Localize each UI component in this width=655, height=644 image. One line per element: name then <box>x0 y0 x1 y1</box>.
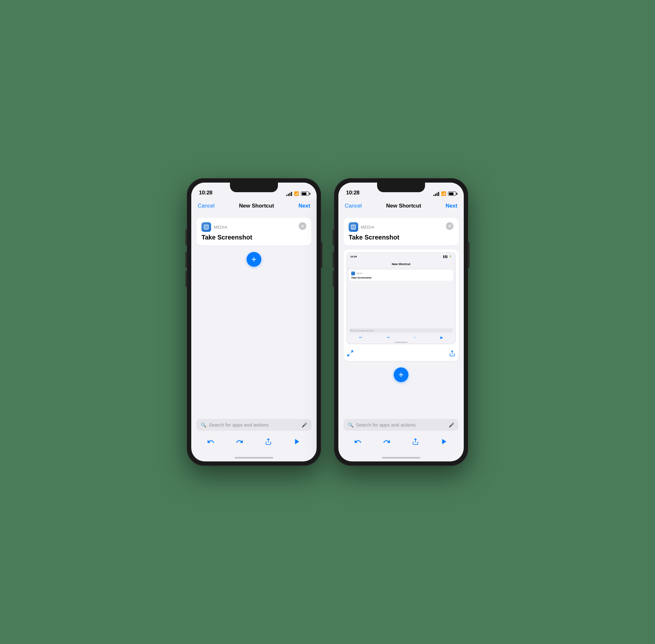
phone-1-undo-button[interactable] <box>205 436 217 447</box>
share-icon[interactable] <box>449 350 455 358</box>
phone-1-battery-icon <box>301 191 309 196</box>
preview-action-icon <box>351 272 355 275</box>
phone-2-signal <box>433 191 439 196</box>
preview-time: 10:28 <box>350 255 357 258</box>
phone-2-action-title: Take Screenshot <box>348 234 400 241</box>
preview-toolbar: ↩ ↪ ↑ ▶ <box>347 334 455 341</box>
phone-2-cancel-button[interactable]: Cancel <box>345 203 362 209</box>
phone-1-share-button[interactable] <box>263 436 274 447</box>
phone-2-home-indicator <box>338 454 464 461</box>
signal-bar-3 <box>290 193 290 196</box>
phone-2-toolbar-buttons <box>343 435 459 451</box>
phone-2-media-icon <box>348 222 358 232</box>
phone-2-mic-icon[interactable]: 🎤 <box>449 422 454 428</box>
screenshot-preview-card: 10:28 ▌▌▌ 🔋 New Shortcut <box>343 249 459 361</box>
phone-2-nav-bar: Cancel New Shortcut Next <box>338 198 464 214</box>
phone-1-wifi-icon: 📶 <box>294 191 299 196</box>
battery-fill <box>302 192 307 195</box>
phone-2-battery-icon <box>448 191 456 196</box>
signal-bar-2 <box>435 194 436 196</box>
preview-nav-title: New Shortcut <box>392 262 410 266</box>
phone-2-content: MEDIA Take Screenshot × 10:28 ▌▌▌ <box>338 214 464 419</box>
phone-1-nav-title: New Shortcut <box>239 203 274 209</box>
preview-undo-icon: ↩ <box>359 336 362 340</box>
preview-status-bar: 10:28 ▌▌▌ 🔋 <box>347 253 455 260</box>
preview-action-title: Take Screenshot <box>351 276 451 279</box>
signal-bar-2 <box>288 194 289 196</box>
phone-1-add-button[interactable]: + <box>247 252 261 267</box>
action-card-header-2: MEDIA <box>348 222 400 232</box>
preview-body <box>347 282 455 327</box>
svg-line-8 <box>348 354 349 356</box>
phone-1-close-button[interactable]: × <box>299 222 307 230</box>
phone-2-home-bar <box>382 457 420 459</box>
phone-1-search-bar[interactable]: 🔍 Search for apps and actions 🎤 <box>196 419 312 431</box>
phone-2-action-card: MEDIA Take Screenshot × <box>343 218 459 246</box>
phone-2-screen: 10:28 📶 Cancel New Shortcut Next <box>338 183 464 461</box>
phone-2-undo-button[interactable] <box>352 436 364 447</box>
action-card-left: MEDIA Take Screenshot <box>202 222 252 241</box>
signal-bar-4 <box>291 192 292 196</box>
screenshot-preview-inner: 10:28 ▌▌▌ 🔋 New Shortcut <box>343 249 459 347</box>
phone-1-home-indicator <box>191 454 317 461</box>
phone-1-mic-icon[interactable]: 🎤 <box>301 422 307 428</box>
phone-2-redo-button[interactable] <box>381 436 392 447</box>
preview-action-category: MEDIA <box>356 272 362 274</box>
phone-2-add-button[interactable]: + <box>394 367 408 382</box>
phone-1-action-card: MEDIA Take Screenshot × <box>196 218 312 246</box>
phone-2-share-button[interactable] <box>410 436 421 447</box>
phone-2-search-bar[interactable]: 🔍 Search for apps and actions 🎤 <box>343 419 459 431</box>
preview-action-header: MEDIA <box>351 272 451 275</box>
preview-home <box>347 341 455 344</box>
phone-1-bottom-toolbar: 🔍 Search for apps and actions 🎤 <box>191 419 317 454</box>
phone-2: 10:28 📶 Cancel New Shortcut Next <box>334 178 468 466</box>
preview-nav-bar: New Shortcut <box>347 260 455 268</box>
phone-2-status-icons: 📶 <box>433 191 456 196</box>
phone-2-next-button[interactable]: Next <box>446 203 457 209</box>
phone-2-search-icon: 🔍 <box>348 422 354 428</box>
phone-2-bottom-toolbar: 🔍 Search for apps and actions 🎤 <box>338 419 464 454</box>
phone-1-media-icon <box>202 222 211 232</box>
preview-search-bar: 🔍 Search for apps and actions <box>349 328 453 332</box>
phone-1-action-category: MEDIA <box>213 225 227 230</box>
phone-1-search-text: Search for apps and actions <box>209 422 299 428</box>
phone-1-status-icons: 📶 <box>286 191 309 196</box>
preview-play-icon: ▶ <box>441 336 443 340</box>
phone-2-action-category: MEDIA <box>361 225 375 230</box>
preview-search-placeholder: Search for apps and actions <box>354 330 374 331</box>
phone-1-cancel-button[interactable]: Cancel <box>198 203 214 209</box>
phone-1-time: 10:28 <box>199 190 212 196</box>
screenshot-controls <box>343 347 459 361</box>
phone-1-toolbar-buttons <box>196 435 312 451</box>
phone-1-redo-button[interactable] <box>234 436 245 447</box>
svg-marker-9 <box>442 439 447 444</box>
phone-2-wifi-icon: 📶 <box>441 191 446 196</box>
svg-point-2 <box>206 226 207 228</box>
phone-1-home-bar <box>235 457 273 459</box>
phone-1-content: MEDIA Take Screenshot × + <box>191 214 317 419</box>
svg-line-7 <box>351 351 353 353</box>
expand-icon[interactable] <box>347 350 354 359</box>
phone-1-next-button[interactable]: Next <box>298 203 310 209</box>
svg-marker-3 <box>295 439 299 444</box>
phone-1-play-button[interactable] <box>291 436 303 447</box>
phone-2-close-button[interactable]: × <box>446 222 453 230</box>
phone-2-notch <box>377 183 425 192</box>
signal-bar-1 <box>286 195 287 196</box>
preview-phone-mock: 10:28 ▌▌▌ 🔋 New Shortcut <box>347 253 455 344</box>
phone-2-time: 10:28 <box>346 190 360 196</box>
phone-2-play-button[interactable] <box>438 436 450 447</box>
phone-1-signal <box>286 191 292 196</box>
preview-share-icon: ↑ <box>414 336 416 340</box>
phone-1-screen: 10:28 📶 Cancel New Shortcut Next <box>191 183 317 461</box>
action-card-header: MEDIA <box>202 222 252 232</box>
preview-search-icon: 🔍 <box>351 329 353 331</box>
preview-redo-icon: ↪ <box>387 336 389 340</box>
phone-1-nav-bar: Cancel New Shortcut Next <box>191 198 317 214</box>
battery-fill-2 <box>449 192 453 195</box>
phone-2-nav-title: New Shortcut <box>386 203 421 209</box>
svg-point-6 <box>353 226 354 228</box>
phone-2-search-text: Search for apps and actions <box>356 422 446 428</box>
phone-1-search-icon: 🔍 <box>201 422 206 428</box>
signal-bar-1 <box>433 195 434 196</box>
